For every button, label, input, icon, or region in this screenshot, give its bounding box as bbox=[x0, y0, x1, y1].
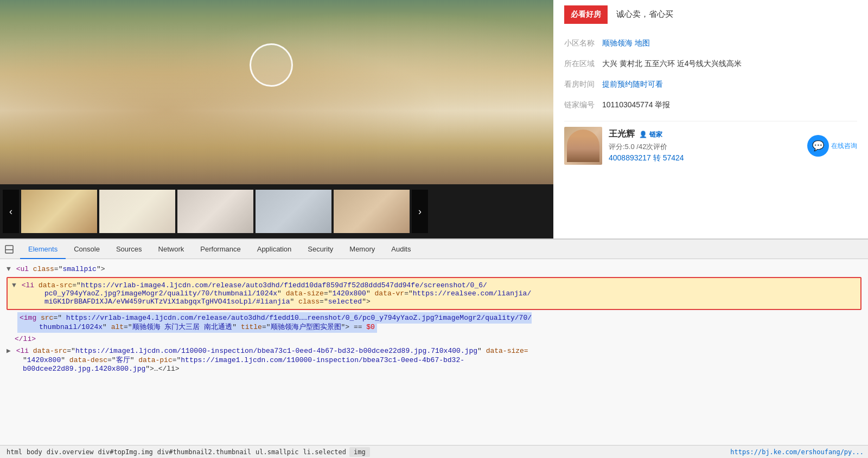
agent-rating: 评分:5.0 /42次评价 bbox=[609, 142, 802, 152]
district-label: 所在区域 bbox=[564, 59, 602, 69]
must-see-badge[interactable]: 必看好房 bbox=[564, 5, 608, 24]
breadcrumb-div-thumbnail[interactable]: div#thumbnail2.thumbnail bbox=[155, 448, 253, 456]
agent-icon: 👤 链家 bbox=[639, 131, 662, 138]
online-label[interactable]: 在线咨询 bbox=[831, 141, 857, 151]
breadcrumb-ul-smallpic[interactable]: ul.smallpic bbox=[253, 448, 301, 456]
community-value[interactable]: 顺驰领海 地图 bbox=[602, 38, 857, 48]
thumbnail-2[interactable] bbox=[99, 190, 175, 233]
agent-avatar bbox=[564, 127, 602, 165]
expand-triangle-li: ▼ bbox=[12, 281, 16, 289]
thumbnail-4[interactable] bbox=[256, 190, 331, 233]
tab-memory[interactable]: Memory bbox=[341, 240, 383, 259]
tab-console[interactable]: Console bbox=[66, 240, 108, 259]
dom-ul-line[interactable]: ▼ <ul class="smallpic"> bbox=[7, 263, 861, 275]
tab-network[interactable]: Network bbox=[150, 240, 193, 259]
breadcrumb-li-selected[interactable]: li.selected bbox=[301, 448, 348, 456]
property-section: ‹ › 必看好房 诚心卖，省心买 小区名称 顺驰领海 地图 所在区域 大兴 黄村… bbox=[0, 0, 868, 238]
agent-name: 王光辉 👤 链家 bbox=[609, 128, 802, 140]
breadcrumb-html[interactable]: html bbox=[4, 448, 24, 456]
tab-audits[interactable]: Audits bbox=[383, 240, 419, 259]
dom-li-close: </li> bbox=[7, 333, 861, 345]
dom-img-line[interactable]: <img src=" https://vrlab-image4.ljcdn.co… bbox=[7, 312, 861, 333]
district-value: 大兴 黄村北 五至六环 近4号线大兴线高米 bbox=[602, 59, 857, 69]
status-bar-url: https://bj.ke.com/ershoufang/py... bbox=[730, 448, 864, 456]
devtools-panel: Elements Console Sources Network Perform… bbox=[0, 238, 868, 455]
image-area: ‹ › bbox=[0, 0, 553, 238]
hotspot-circle[interactable] bbox=[250, 43, 293, 87]
svg-rect-1 bbox=[5, 249, 13, 250]
devtools-dock-icon[interactable] bbox=[3, 243, 16, 256]
dom-breadcrumb-bar: html body div.overview div#topImg.img di… bbox=[0, 445, 868, 458]
breadcrumb-img[interactable]: img bbox=[349, 447, 370, 457]
main-image-bg bbox=[0, 0, 553, 184]
devtools-tabs-bar: Elements Console Sources Network Perform… bbox=[0, 240, 868, 259]
tagline-text: 诚心卖，省心买 bbox=[616, 9, 673, 20]
dom-highlighted-li[interactable]: ▼ <li data-src="https://vrlab-image4.ljc… bbox=[7, 277, 861, 310]
viewing-value: 提前预约随时可看 bbox=[602, 80, 857, 89]
agent-code-value: 101103045774 举报 bbox=[602, 100, 857, 110]
tab-security[interactable]: Security bbox=[299, 240, 341, 259]
agent-avatar-face bbox=[567, 130, 599, 162]
thumbnail-1[interactable] bbox=[21, 190, 97, 233]
agent-code-row: 链家编号 101103045774 举报 bbox=[564, 100, 857, 110]
agent-phone[interactable]: 4008893217 转 57424 bbox=[609, 153, 802, 163]
community-label: 小区名称 bbox=[564, 38, 602, 48]
thumbnail-strip: ‹ › bbox=[0, 184, 553, 238]
breadcrumb-body[interactable]: body bbox=[24, 448, 44, 456]
tab-elements[interactable]: Elements bbox=[20, 240, 66, 259]
collapse-triangle-li2: ▶ bbox=[7, 347, 11, 355]
viewing-row: 看房时间 提前预约随时可看 bbox=[564, 80, 857, 89]
viewing-label: 看房时间 bbox=[564, 80, 602, 89]
thumbnail-3[interactable] bbox=[177, 190, 253, 233]
tab-sources[interactable]: Sources bbox=[108, 240, 150, 259]
agent-details: 王光辉 👤 链家 评分:5.0 /42次评价 4008893217 转 5742… bbox=[609, 128, 802, 163]
dom-li2-line[interactable]: ▶ <li data-src="https://image1.ljcdn.com… bbox=[7, 345, 861, 375]
property-info-panel: 必看好房 诚心卖，省心买 小区名称 顺驰领海 地图 所在区域 大兴 黄村北 五至… bbox=[553, 0, 868, 238]
tab-performance[interactable]: Performance bbox=[192, 240, 248, 259]
agent-section: 王光辉 👤 链家 评分:5.0 /42次评价 4008893217 转 5742… bbox=[564, 121, 857, 165]
online-chat-icon[interactable]: 💬 bbox=[807, 135, 829, 157]
prev-thumbnail-button[interactable]: ‹ bbox=[3, 190, 19, 233]
thumbnail-5[interactable] bbox=[334, 190, 410, 233]
tab-application[interactable]: Application bbox=[249, 240, 300, 259]
expand-triangle: ▼ bbox=[7, 265, 11, 273]
agent-code-label: 链家编号 bbox=[564, 100, 602, 110]
community-row: 小区名称 顺驰领海 地图 bbox=[564, 38, 857, 48]
district-row: 所在区域 大兴 黄村北 五至六环 近4号线大兴线高米 bbox=[564, 59, 857, 69]
main-property-image[interactable] bbox=[0, 0, 553, 184]
next-thumbnail-button[interactable]: › bbox=[412, 190, 428, 233]
breadcrumb-div-overview[interactable]: div.overview bbox=[44, 448, 96, 456]
devtools-content: ▼ <ul class="smallpic"> ▼ <li data-src="… bbox=[0, 259, 868, 379]
property-info-table: 小区名称 顺驰领海 地图 所在区域 大兴 黄村北 五至六环 近4号线大兴线高米 … bbox=[564, 38, 857, 110]
breadcrumb-div-topimg[interactable]: div#topImg.img bbox=[96, 448, 155, 456]
